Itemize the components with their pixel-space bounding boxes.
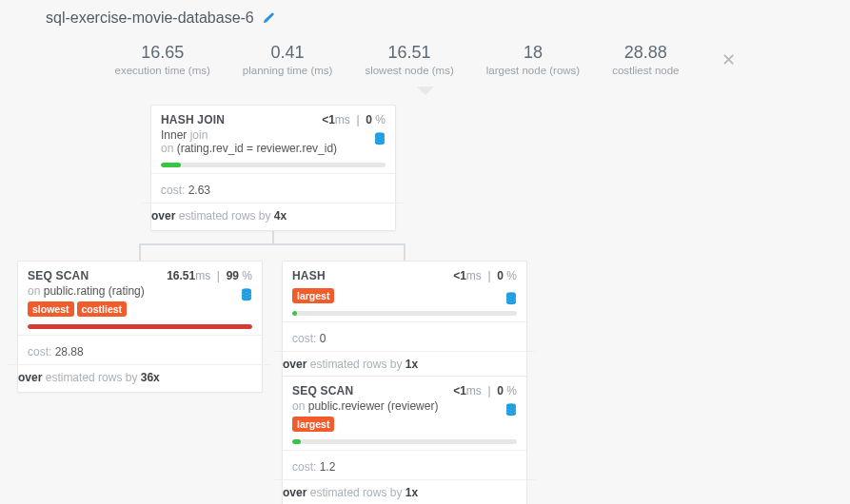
plan-summary-metrics: 16.65execution time (ms) 0.41planning ti… <box>0 44 850 76</box>
join-condition: (rating.rev_id = reviewer.rev_id) <box>177 142 337 155</box>
exec-time-label: execution time (ms) <box>114 65 209 76</box>
tag-largest: largest <box>292 288 334 303</box>
slowest-node-label: slowest node (ms) <box>365 65 453 76</box>
svg-point-2 <box>506 292 516 296</box>
cost-label: cost: <box>28 345 51 359</box>
node-name: HASH JOIN <box>161 113 225 126</box>
tree-connector <box>139 243 405 245</box>
relation-name: public.rating (rating) <box>44 284 145 298</box>
over-word: over <box>18 371 42 384</box>
node-timing: <1ms | 0 % <box>453 269 517 282</box>
cost-label: cost: <box>161 184 185 197</box>
cost-label: cost: <box>292 332 316 345</box>
tree-connector <box>139 243 141 262</box>
slowest-node-value: 16.51 <box>365 44 453 63</box>
node-timing: <1ms | 0 % <box>322 113 385 126</box>
over-word: over <box>151 209 175 223</box>
cost-value: 1.2 <box>320 460 336 474</box>
plan-node-hash[interactable]: HASH <1ms | 0 % largest cost: 0 over est… <box>282 261 527 379</box>
database-icon[interactable] <box>505 292 517 308</box>
database-icon[interactable] <box>505 403 517 419</box>
cost-value: 28.88 <box>55 345 84 359</box>
svg-point-0 <box>375 132 385 136</box>
pencil-icon[interactable] <box>262 11 275 25</box>
cost-value: 0 <box>320 332 326 345</box>
costliest-node-value: 28.88 <box>612 44 679 63</box>
database-icon[interactable] <box>374 132 385 148</box>
est-label: estimated rows by <box>46 371 138 384</box>
join-word: join <box>190 128 208 142</box>
cost-value: 2.63 <box>188 184 210 197</box>
planning-time-label: planning time (ms) <box>243 65 333 76</box>
est-label: estimated rows by <box>179 209 271 223</box>
on-word: on <box>292 399 305 413</box>
est-label: estimated rows by <box>310 358 403 371</box>
est-factor: 4 <box>274 209 281 223</box>
page-title: sql-exercise-movie-database-6 <box>46 10 254 27</box>
plan-node-hash-join[interactable]: HASH JOIN <1ms | 0 % Inner join on (rati… <box>150 105 396 231</box>
chevron-down-icon <box>417 87 434 95</box>
costliest-node-label: costliest node <box>612 65 679 76</box>
est-factor: 36 <box>141 371 153 384</box>
est-label: estimated rows by <box>310 486 403 499</box>
est-factor: 1 <box>405 358 412 371</box>
node-name: SEQ SCAN <box>292 384 353 397</box>
svg-point-1 <box>242 288 251 292</box>
tag-largest: largest <box>292 417 334 432</box>
exec-time-value: 16.65 <box>114 44 209 63</box>
node-name: HASH <box>292 269 326 282</box>
tag-costliest: costliest <box>77 301 128 317</box>
tree-connector <box>404 243 405 262</box>
join-type: Inner <box>161 128 187 142</box>
on-word: on <box>161 142 173 155</box>
node-timing: 16.51ms | 99 % <box>167 269 252 282</box>
on-word: on <box>28 284 40 298</box>
over-word: over <box>283 486 306 499</box>
database-icon[interactable] <box>241 288 252 304</box>
largest-node-value: 18 <box>486 44 580 63</box>
over-word: over <box>283 358 306 371</box>
plan-node-seqscan-rating[interactable]: SEQ SCAN 16.51ms | 99 % on public.rating… <box>17 261 263 393</box>
largest-node-label: largest node (rows) <box>486 65 580 76</box>
node-name: SEQ SCAN <box>28 269 89 282</box>
svg-point-3 <box>506 403 516 407</box>
close-icon[interactable]: ✕ <box>722 49 736 70</box>
cost-label: cost: <box>292 460 316 474</box>
relation-name: public.reviewer (reviewer) <box>308 399 439 413</box>
est-factor: 1 <box>405 486 412 499</box>
planning-time-value: 0.41 <box>243 44 333 63</box>
plan-node-seqscan-reviewer[interactable]: SEQ SCAN <1ms | 0 % on public.reviewer (… <box>282 376 527 504</box>
tag-slowest: slowest <box>28 301 74 317</box>
node-timing: <1ms | 0 % <box>453 384 517 397</box>
